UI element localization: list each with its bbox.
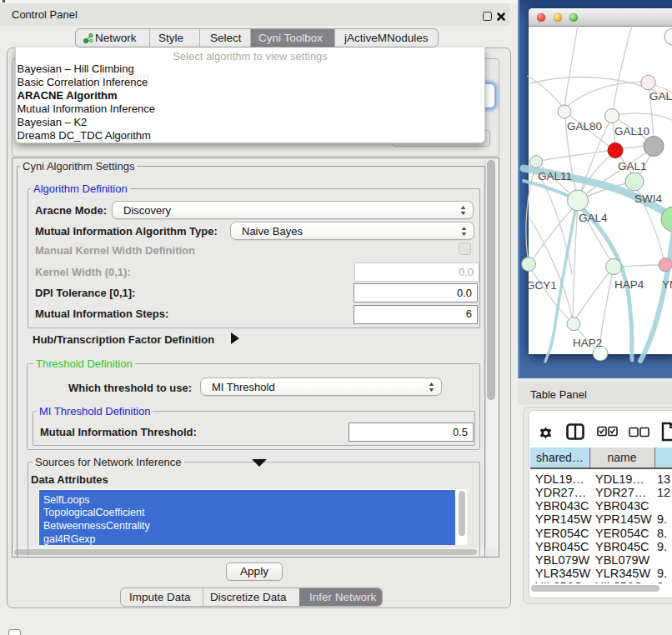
svg-text:GAL4: GAL4 bbox=[579, 212, 608, 224]
svg-text:GCY1: GCY1 bbox=[526, 279, 557, 292]
svg-text:YM: YM bbox=[662, 278, 672, 291]
svg-text:SWI4: SWI4 bbox=[634, 192, 662, 205]
svg-text:GAL10: GAL10 bbox=[614, 125, 649, 138]
svg-text:GAL1: GAL1 bbox=[618, 160, 647, 172]
svg-text:HAP4: HAP4 bbox=[614, 278, 644, 291]
svg-text:HAP2: HAP2 bbox=[573, 337, 602, 349]
svg-text:GAL11: GAL11 bbox=[538, 170, 572, 182]
svg-text:GAL7: GAL7 bbox=[649, 90, 672, 102]
svg-text:GAL80: GAL80 bbox=[567, 120, 602, 132]
